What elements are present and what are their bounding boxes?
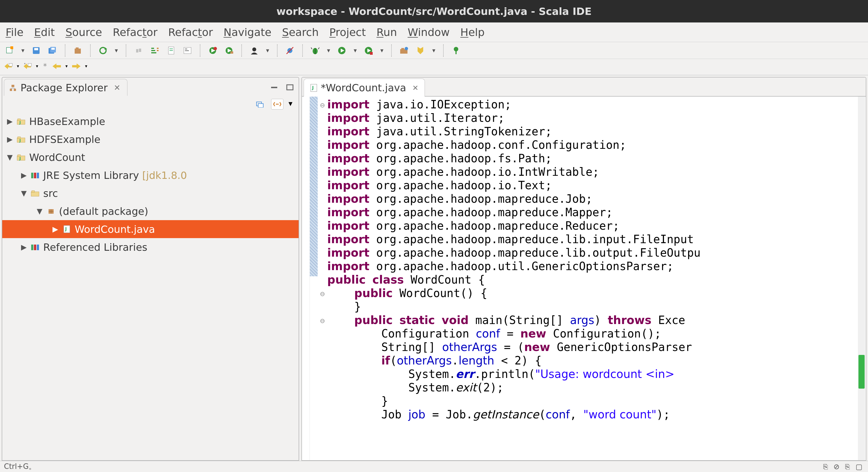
tree-label: WordCount — [29, 152, 85, 163]
maximize-icon[interactable] — [285, 84, 294, 91]
toggle-breadcrumb-button[interactable] — [149, 45, 160, 56]
close-icon[interactable]: ✕ — [114, 83, 120, 92]
vertical-scrollbar[interactable] — [858, 96, 865, 460]
run-dropdown[interactable]: ▾ — [352, 47, 358, 54]
svg-rect-19 — [169, 49, 173, 49]
collapse-all-button[interactable] — [254, 99, 266, 110]
tree-node[interactable]: ▶JHBaseExample — [2, 112, 299, 130]
minimize-icon[interactable] — [270, 84, 279, 91]
svg-rect-55 — [10, 89, 12, 91]
user-button[interactable] — [249, 45, 260, 56]
debug-button[interactable] — [310, 45, 321, 56]
save-button[interactable] — [31, 45, 42, 56]
proj-icon: J — [16, 135, 26, 144]
svg-text:J: J — [65, 226, 67, 232]
debug-launch-button[interactable] — [207, 45, 218, 56]
svg-rect-56 — [14, 89, 16, 91]
svg-rect-15 — [151, 52, 156, 53]
expand-chevron[interactable]: ▶ — [52, 225, 59, 233]
debug-dropdown[interactable]: ▾ — [326, 47, 331, 54]
workspace-area: Package Explorer ✕ ▾ ▶JHBaseExample▶JHDF… — [0, 75, 868, 461]
status-bar: Ctrl+G。 ⎘ ⊘ ⎘ ▢ — [0, 461, 868, 472]
back-to-button[interactable]: * — [23, 62, 32, 70]
new-button[interactable] — [4, 45, 15, 56]
editor-tab-wordcount[interactable]: J *WordCount.java ✕ — [304, 79, 425, 96]
last-edit-dropdown[interactable]: ▾ — [17, 63, 19, 69]
menu-search[interactable]: Search — [282, 26, 319, 38]
expand-chevron[interactable]: ▶ — [6, 117, 13, 125]
tree-node[interactable]: ▼src — [2, 184, 299, 202]
source-code[interactable]: import java.io.IOException; import java.… — [327, 96, 866, 460]
expand-chevron[interactable]: ▶ — [20, 171, 28, 179]
menu-navigate[interactable]: Navigate — [224, 26, 271, 38]
svg-rect-50 — [28, 63, 31, 66]
menu-refactor[interactable]: Refactor — [168, 26, 213, 38]
new-java-class-button[interactable] — [165, 45, 177, 56]
tree-label: Referenced Libraries — [43, 241, 147, 253]
menu-run[interactable]: Run — [377, 26, 397, 38]
menu-refactor[interactable]: Refactor — [113, 26, 157, 38]
svg-rect-8 — [76, 48, 79, 49]
svg-rect-6 — [51, 48, 55, 50]
tree-node[interactable]: ▼JWordCount — [2, 148, 299, 166]
user-dropdown[interactable]: ▾ — [265, 47, 270, 54]
open-type-button[interactable] — [72, 45, 83, 56]
fold-column[interactable]: ⊖ ⊖ ⊖ — [318, 96, 327, 460]
open-task-button[interactable] — [399, 45, 410, 56]
save-all-button[interactable] — [47, 45, 58, 56]
pin-button[interactable] — [451, 45, 462, 56]
tree-node[interactable]: ▶Referenced Libraries — [2, 238, 299, 256]
run-launch-button[interactable] — [223, 45, 235, 56]
expand-chevron[interactable]: ▶ — [20, 243, 28, 251]
expand-chevron[interactable]: ▼ — [6, 153, 13, 161]
svg-rect-17 — [157, 50, 159, 51]
close-icon[interactable]: ✕ — [412, 84, 418, 92]
menu-source[interactable]: Source — [65, 26, 102, 38]
back-dropdown[interactable]: ▾ — [65, 63, 68, 69]
skip-breakpoints-button[interactable] — [284, 45, 296, 56]
status-icons: ⎘ ⊘ ⎘ ▢ — [824, 463, 864, 471]
svg-rect-11 — [136, 49, 138, 53]
tree-node[interactable]: ▶JRE System Library [jdk1.8.0 — [2, 166, 299, 184]
new-dropdown[interactable]: ▾ — [20, 47, 26, 54]
svg-rect-20 — [169, 50, 173, 51]
editor-tabbar: J *WordCount.java ✕ — [302, 78, 866, 96]
expand-chevron[interactable]: ▼ — [20, 189, 28, 197]
coverage-button[interactable] — [363, 45, 374, 56]
menu-edit[interactable]: Edit — [34, 26, 55, 38]
last-edit-location-button[interactable] — [4, 62, 13, 70]
package-explorer-toolbar: ▾ — [2, 97, 299, 111]
back-button[interactable] — [52, 63, 61, 70]
package-explorer-tab[interactable]: Package Explorer ✕ — [4, 79, 127, 96]
run-button[interactable] — [336, 45, 347, 56]
refresh-button[interactable] — [97, 45, 108, 56]
svg-rect-43 — [401, 48, 404, 50]
menu-help[interactable]: Help — [460, 26, 485, 38]
svg-point-30 — [252, 48, 256, 51]
view-menu-dropdown[interactable]: ▾ — [288, 99, 292, 110]
menu-window[interactable]: Window — [407, 26, 450, 38]
tree-node[interactable]: ▼(default package) — [2, 202, 299, 220]
back-to-dropdown[interactable]: ▾ — [36, 63, 38, 69]
tree-node[interactable]: ▶JHDFSExample — [2, 130, 299, 148]
tree-node[interactable]: ▶JWordCount.java — [2, 220, 299, 238]
svg-rect-54 — [11, 85, 14, 87]
menu-file[interactable]: File — [6, 26, 24, 38]
editor-presentation-button[interactable] — [182, 45, 193, 56]
svg-rect-3 — [34, 48, 38, 50]
expand-chevron[interactable]: ▼ — [36, 207, 43, 215]
svg-marker-53 — [72, 63, 81, 69]
editor-body[interactable]: ⊖ ⊖ ⊖ import java.io.IOException; import… — [302, 96, 866, 460]
forward-button[interactable] — [71, 63, 81, 70]
bookmark-dropdown[interactable]: ▾ — [431, 47, 436, 54]
expand-chevron[interactable]: ▶ — [6, 135, 13, 144]
refresh-dropdown[interactable]: ▾ — [114, 47, 119, 54]
link-button[interactable] — [133, 45, 144, 56]
coverage-dropdown[interactable]: ▾ — [379, 47, 384, 54]
menu-project[interactable]: Project — [330, 26, 366, 38]
svg-rect-83 — [64, 226, 70, 233]
package-explorer-tree[interactable]: ▶JHBaseExample▶JHDFSExample▼JWordCount▶J… — [2, 111, 299, 460]
bookmark-button[interactable] — [415, 45, 426, 56]
forward-dropdown[interactable]: ▾ — [85, 63, 87, 69]
link-with-editor-button[interactable] — [271, 99, 283, 110]
